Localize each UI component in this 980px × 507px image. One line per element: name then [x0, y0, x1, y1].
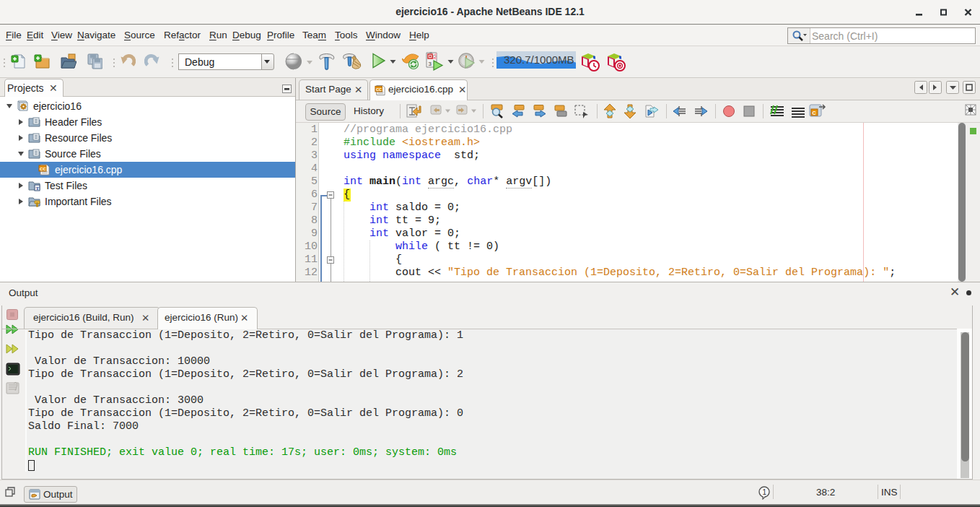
svg-text:T: T [36, 186, 40, 191]
svg-text:CC: CC [40, 166, 46, 171]
svg-text:3: 3 [429, 61, 432, 67]
svg-text:CC: CC [376, 87, 382, 92]
svg-text:1: 1 [763, 488, 767, 496]
svg-text:C: C [813, 110, 816, 116]
